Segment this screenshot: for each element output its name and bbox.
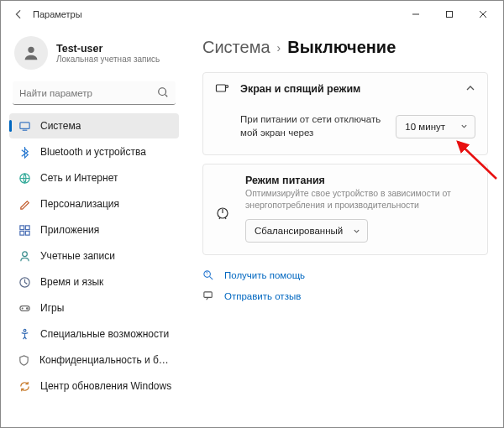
power-mode-card[interactable]: Режим питания Оптимизируйте свое устройс…	[202, 164, 488, 255]
avatar	[14, 36, 48, 70]
nav-list: Система Bluetooth и устройства Сеть и Ин…	[9, 113, 179, 399]
sidebar-item-apps[interactable]: Приложения	[9, 217, 179, 243]
svg-rect-11	[25, 225, 29, 229]
svg-point-20	[226, 86, 228, 88]
help-link[interactable]: ? Получить помощь	[202, 269, 488, 282]
svg-point-14	[22, 251, 27, 256]
sidebar-item-label: Центр обновления Windows	[40, 380, 171, 392]
breadcrumb-current: Выключение	[287, 38, 396, 57]
sidebar-item-label: Специальные возможности	[40, 328, 169, 340]
sidebar-item-label: Учетные записи	[40, 250, 115, 262]
power-mode-dropdown[interactable]: Сбалансированный	[245, 219, 368, 243]
sidebar-item-label: Время и язык	[40, 276, 103, 288]
svg-rect-10	[19, 225, 24, 229]
sidebar-item-network[interactable]: Сеть и Интернет	[9, 165, 179, 191]
sidebar-item-label: Приложения	[40, 224, 99, 236]
gaming-icon	[18, 301, 31, 315]
svg-rect-12	[19, 231, 24, 235]
minimize-button[interactable]	[399, 3, 433, 26]
sidebar-item-label: Сеть и Интернет	[40, 172, 118, 184]
titlebar: Параметры	[1, 1, 503, 28]
chevron-down-icon	[460, 123, 468, 130]
chevron-right-icon: ›	[277, 41, 281, 55]
search-box[interactable]	[13, 81, 176, 105]
svg-point-17	[26, 307, 28, 309]
card-title: Экран и спящий режим	[240, 83, 455, 95]
screen-off-dropdown[interactable]: 10 минут	[396, 115, 475, 138]
feedback-icon	[202, 290, 216, 303]
dropdown-value: 10 минут	[405, 122, 445, 132]
sidebar-item-personalization[interactable]: Персонализация	[9, 191, 179, 217]
user-block[interactable]: Test-user Локальная учетная запись	[9, 31, 179, 81]
svg-line-6	[165, 95, 168, 97]
sidebar-item-label: Игры	[40, 302, 64, 314]
chevron-down-icon	[353, 227, 360, 235]
user-subtitle: Локальная учетная запись	[56, 55, 160, 64]
network-icon	[18, 171, 31, 185]
apps-icon	[18, 223, 31, 237]
screen-off-label: При питании от сети отключать мой экран …	[215, 113, 384, 139]
svg-point-5	[159, 88, 166, 96]
chevron-up-icon	[465, 83, 475, 96]
sidebar: Test-user Локальная учетная запись Систе…	[1, 28, 184, 427]
search-input[interactable]	[13, 81, 176, 105]
svg-rect-13	[25, 231, 29, 235]
card-header[interactable]: Экран и спящий режим	[203, 73, 487, 105]
feedback-link[interactable]: Отправить отзыв	[202, 290, 488, 303]
footer-links: ? Получить помощь Отправить отзыв	[202, 269, 488, 303]
personalization-icon	[18, 197, 31, 211]
back-icon[interactable]	[11, 7, 26, 22]
accessibility-icon	[18, 327, 31, 341]
dropdown-value: Сбалансированный	[255, 226, 343, 236]
sidebar-item-privacy[interactable]: Конфиденциальность и безопасность	[9, 347, 179, 373]
time-icon	[18, 275, 31, 289]
svg-rect-24	[204, 292, 212, 298]
privacy-icon	[18, 353, 30, 367]
sidebar-item-label: Bluetooth и устройства	[40, 146, 146, 158]
search-icon	[157, 86, 169, 98]
sidebar-item-bluetooth[interactable]: Bluetooth и устройства	[9, 139, 179, 164]
sidebar-item-system[interactable]: Система	[9, 113, 179, 138]
sidebar-item-gaming[interactable]: Игры	[9, 295, 179, 321]
svg-rect-1	[447, 12, 453, 18]
accounts-icon	[18, 249, 31, 263]
power-mode-title: Режим питания	[245, 175, 475, 186]
sidebar-item-update[interactable]: Центр обновления Windows	[9, 373, 179, 399]
sidebar-item-label: Персонализация	[40, 198, 119, 210]
update-icon	[18, 379, 31, 393]
svg-rect-7	[19, 122, 29, 128]
sidebar-item-label: Конфиденциальность и безопасность	[39, 354, 172, 366]
help-icon: ?	[202, 269, 216, 282]
svg-point-18	[24, 329, 26, 331]
user-name: Test-user	[56, 43, 160, 55]
maximize-button[interactable]	[433, 3, 466, 26]
link-text[interactable]: Отправить отзыв	[224, 291, 301, 301]
screen-icon	[215, 81, 230, 97]
bluetooth-icon	[18, 145, 31, 159]
breadcrumb-parent[interactable]: Система	[202, 38, 270, 57]
window-title: Параметры	[33, 9, 82, 19]
svg-rect-19	[217, 85, 226, 91]
system-icon	[18, 119, 31, 133]
breadcrumb: Система › Выключение	[202, 38, 488, 57]
sidebar-item-time[interactable]: Время и язык	[9, 269, 179, 295]
power-mode-icon	[215, 184, 234, 243]
power-mode-subtitle: Оптимизируйте свое устройство в зависимо…	[245, 188, 475, 211]
sidebar-item-accounts[interactable]: Учетные записи	[9, 243, 179, 269]
sidebar-item-accessibility[interactable]: Специальные возможности	[9, 321, 179, 347]
svg-point-4	[28, 47, 34, 53]
content: Система › Выключение Экран и спящий режи…	[184, 28, 503, 427]
link-text[interactable]: Получить помощь	[224, 270, 305, 280]
screen-sleep-card: Экран и спящий режим При питании от сети…	[202, 72, 488, 155]
close-button[interactable]	[466, 3, 500, 26]
svg-text:?: ?	[206, 273, 208, 277]
sidebar-item-label: Система	[40, 120, 81, 132]
